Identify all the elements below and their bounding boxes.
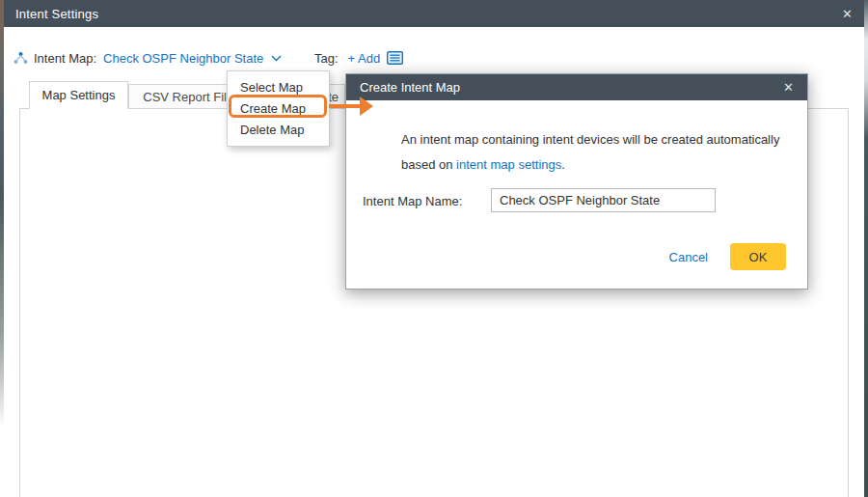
- tag-section: Tag: + Add: [314, 48, 403, 68]
- window-close-icon[interactable]: ✕: [842, 8, 853, 20]
- description-line2-prefix: based on: [401, 157, 456, 172]
- intent-map-name-row: Intent Map Name:: [363, 194, 462, 208]
- annotation-arrow-head-icon: [360, 97, 373, 116]
- dialog-close-icon[interactable]: ✕: [783, 81, 794, 94]
- intent-map-name-label: Intent Map Name:: [363, 194, 462, 208]
- cancel-button[interactable]: Cancel: [669, 250, 708, 264]
- intent-map-label: Intent Map:: [34, 51, 96, 66]
- menu-item-delete-map[interactable]: Delete Map: [228, 119, 329, 140]
- screen: Intent Settings ✕ Intent Map: Check OSPF…: [0, 0, 868, 497]
- intent-map-name-value: Check OSPF Neighbor State: [500, 193, 660, 207]
- intent-map-selector: Intent Map: Check OSPF Neighbor State: [14, 48, 282, 68]
- intent-map-name-input[interactable]: Check OSPF Neighbor State: [491, 188, 716, 212]
- intent-map-value[interactable]: Check OSPF Neighbor State: [103, 51, 263, 66]
- tag-label: Tag:: [314, 51, 339, 66]
- chevron-down-icon[interactable]: [271, 55, 282, 62]
- dialog-buttons: Cancel OK: [669, 243, 786, 270]
- intent-settings-window: Intent Settings ✕ Intent Map: Check OSPF…: [4, 0, 864, 497]
- intent-map-settings-link[interactable]: intent map settings: [456, 157, 561, 172]
- dialog-titlebar: Create Intent Map ✕: [346, 74, 807, 100]
- description-line2-suffix: .: [561, 157, 565, 172]
- dialog-description: An intent map containing intent devices …: [401, 127, 779, 178]
- create-intent-map-dialog: Create Intent Map ✕ An intent map contai…: [345, 73, 808, 290]
- background-app-edge-right: [864, 0, 868, 497]
- tab-label: CSV Report Files: [143, 90, 239, 104]
- tag-list-icon[interactable]: [387, 51, 403, 65]
- description-line1: An intent map containing intent devices …: [401, 132, 779, 147]
- dialog-title: Create Intent Map: [360, 80, 460, 95]
- ok-button[interactable]: OK: [730, 243, 786, 270]
- annotation-highlight-box: [229, 95, 327, 118]
- tag-add-link[interactable]: + Add: [348, 51, 381, 66]
- intent-map-icon: [14, 51, 28, 65]
- window-titlebar: Intent Settings ✕: [4, 0, 864, 27]
- tab-label: Map Settings: [42, 88, 116, 102]
- tab-map-settings[interactable]: Map Settings: [29, 81, 128, 109]
- window-title: Intent Settings: [15, 7, 98, 21]
- annotation-arrow: [329, 104, 362, 108]
